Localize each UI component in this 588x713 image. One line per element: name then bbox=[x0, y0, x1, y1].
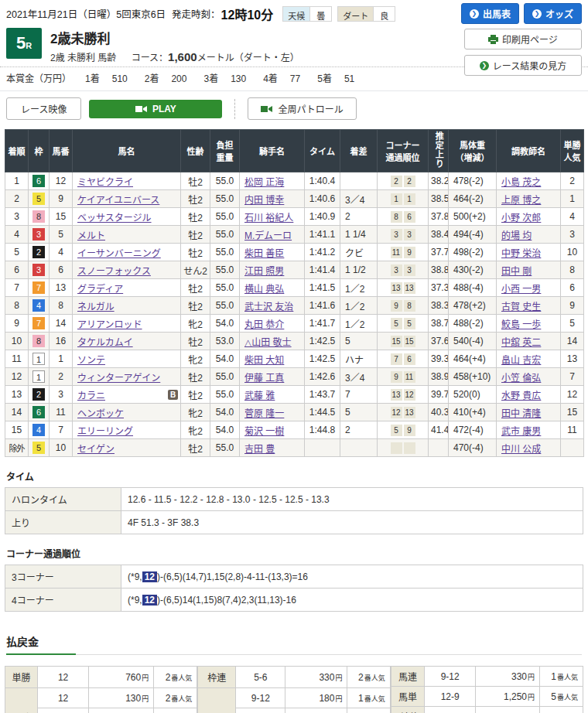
finish-pos: 除外 bbox=[9, 444, 25, 453]
trainer-link[interactable]: 小島 茂之 bbox=[501, 177, 541, 188]
side-buttons: 印刷用ページ ❯ レース結果の見方 bbox=[464, 29, 582, 76]
horse-link[interactable]: エリーリング bbox=[77, 426, 133, 437]
horse-link[interactable]: ネルガル bbox=[77, 302, 115, 312]
payout-combination: 9-12 bbox=[236, 688, 285, 708]
horse-link[interactable]: カラニ bbox=[77, 391, 105, 401]
yen-suffix: 円 bbox=[142, 674, 149, 682]
horse-link[interactable]: アリアンロッド bbox=[77, 319, 142, 330]
corner-pos-box: 12 bbox=[391, 407, 402, 418]
trainer-link[interactable]: 中野 栄治 bbox=[501, 248, 541, 259]
trainer-link[interactable]: 武市 康男 bbox=[501, 426, 541, 437]
horse-link[interactable]: ヘンボッケ bbox=[77, 408, 124, 419]
jockey-link[interactable]: 菊沢 一樹 bbox=[244, 426, 284, 437]
trainer-link[interactable]: 小西 一男 bbox=[501, 284, 541, 295]
column-header: 騎手名 bbox=[240, 130, 305, 172]
jockey-link[interactable]: 武藤 雅 bbox=[244, 391, 275, 401]
horse-link[interactable]: ミヤビクライ bbox=[77, 177, 133, 188]
trainer-link[interactable]: 古賀 史生 bbox=[501, 302, 541, 312]
cell-time: 1:40.9 bbox=[305, 208, 340, 226]
jockey-link[interactable]: 石川 裕紀人 bbox=[244, 213, 293, 223]
trainer-link[interactable]: 上原 博之 bbox=[501, 195, 541, 206]
horse-link[interactable]: イーサンバーニング bbox=[77, 248, 161, 259]
cell-finish-pos: 6 bbox=[5, 261, 29, 279]
column-header: 枠 bbox=[29, 130, 50, 172]
jockey-link[interactable]: 江田 照男 bbox=[244, 266, 284, 277]
horse-link[interactable]: セイゲン bbox=[77, 444, 115, 455]
horse-link[interactable]: グラディア bbox=[77, 284, 123, 295]
cell-jockey: 吉田 豊 bbox=[240, 439, 305, 457]
trainer-link[interactable]: 畠山 吉宏 bbox=[501, 355, 541, 366]
cell-horse-num: 15 bbox=[50, 208, 73, 226]
cell-body-weight: 488(-2) bbox=[449, 315, 497, 333]
cell-last3f: 41.4 bbox=[429, 421, 449, 439]
cell-last3f: 37.3 bbox=[429, 279, 449, 297]
jockey-link[interactable]: 柴田 善臣 bbox=[244, 248, 284, 259]
cell-finish-pos: 9 bbox=[5, 315, 29, 333]
payout-amount: 330円 bbox=[285, 667, 347, 688]
course-label: コース： bbox=[132, 53, 168, 63]
trainer-link[interactable]: 小野 次郎 bbox=[501, 213, 541, 223]
payout-row: 枠連5-6330円2番人気 bbox=[198, 667, 390, 688]
entries-button[interactable]: ❯ 出馬表 bbox=[461, 3, 519, 24]
jockey-link[interactable]: 吉田 豊 bbox=[244, 444, 275, 455]
corner-pos-box: 1 bbox=[391, 193, 402, 205]
horse-link[interactable]: スノーフォックス bbox=[77, 266, 151, 277]
trainer-link[interactable]: 小笠 倫弘 bbox=[501, 373, 541, 384]
jockey-link[interactable]: 松岡 正海 bbox=[244, 177, 284, 188]
cell-jockey: 丸田 恭介 bbox=[240, 315, 305, 333]
cell-load-weight: 55.0 bbox=[210, 261, 240, 279]
horse-link[interactable]: ウィンターアゲイン bbox=[77, 373, 160, 384]
horse-link[interactable]: ベッサスタージル bbox=[77, 213, 152, 223]
trainer-link[interactable]: 中舘 英二 bbox=[501, 337, 541, 348]
trainer-link[interactable]: 鮫島 一歩 bbox=[501, 319, 541, 330]
yen-suffix: 円 bbox=[335, 674, 342, 682]
trainer-link[interactable]: 水野 貴広 bbox=[501, 391, 541, 401]
trainer-link[interactable]: 的場 均 bbox=[501, 230, 532, 241]
horse-link[interactable]: ソンテ bbox=[77, 355, 105, 366]
cell-horse-num: 14 bbox=[50, 315, 73, 333]
finish-pos: 10 bbox=[12, 336, 22, 346]
jockey-link[interactable]: 内田 博幸 bbox=[244, 195, 284, 206]
ninki-suffix: 番人気 bbox=[171, 674, 192, 682]
corner-pos-box: 15 bbox=[404, 336, 415, 347]
jockey-link[interactable]: 武士沢 友治 bbox=[244, 302, 293, 312]
cell-popularity: 14 bbox=[561, 333, 584, 350]
jockey-link[interactable]: △山田 敬士 bbox=[244, 337, 292, 348]
odds-button[interactable]: ❯ オッズ bbox=[524, 3, 582, 24]
jockey-link[interactable]: 柴田 大知 bbox=[244, 355, 284, 366]
corner-order-suffix: )-(6,5)(14,7)1,15(2,8)-4-11-(13,3)=16 bbox=[157, 571, 308, 582]
cell-last3f: 38.2 bbox=[429, 172, 449, 190]
cell-time: 1:43.7 bbox=[305, 386, 340, 404]
cell-jockey: △山田 敬士 bbox=[240, 333, 305, 350]
cell-corner-order: 1312 bbox=[378, 386, 429, 404]
bet-type-label: 複勝 bbox=[5, 688, 38, 713]
play-button[interactable]: PLAY bbox=[89, 100, 222, 118]
cell-corner-order: 1313 bbox=[378, 279, 429, 297]
horse-link[interactable]: タケルカムイ bbox=[77, 337, 133, 348]
print-page-button[interactable]: 印刷用ページ bbox=[464, 29, 582, 49]
jockey-link[interactable]: 丸田 恭介 bbox=[244, 319, 284, 330]
horse-link[interactable]: ケイアイユニバース bbox=[77, 195, 159, 206]
cell-finish-pos: 3 bbox=[5, 208, 29, 226]
patrol-video-button[interactable]: 全周パトロール bbox=[248, 97, 356, 120]
cell-horse-name: グラディア bbox=[73, 279, 181, 297]
trainer-link[interactable]: 田中 剛 bbox=[501, 266, 532, 277]
finish-pos: 9 bbox=[14, 318, 19, 329]
jockey-link[interactable]: 菅原 隆一 bbox=[244, 408, 284, 419]
jockey-link[interactable]: M.デムーロ bbox=[244, 230, 292, 241]
results-guide-button[interactable]: ❯ レース結果の見方 bbox=[464, 55, 582, 76]
jockey-link[interactable]: 伊藤 工真 bbox=[244, 373, 284, 384]
corner-pos-box: 2 bbox=[404, 176, 415, 187]
race-video-button[interactable]: レース映像 bbox=[6, 97, 81, 120]
trainer-link[interactable]: 中川 公成 bbox=[501, 444, 541, 455]
cell-horse-name: メルト bbox=[73, 226, 181, 244]
jockey-link[interactable]: 横山 典弘 bbox=[244, 284, 284, 295]
trainer-link[interactable]: 田中 清隆 bbox=[501, 408, 541, 419]
cell-horse-num: 7 bbox=[50, 421, 73, 439]
cell-body-weight: 464(+4) bbox=[449, 350, 497, 368]
horse-link[interactable]: メルト bbox=[77, 230, 105, 241]
result-row: 14611ヘンボッケ牝254.0菅原 隆一1:44.55121340.3410(… bbox=[5, 404, 584, 421]
cell-sex-age: 牡2 bbox=[181, 190, 210, 208]
cell-body-weight: 488(-4) bbox=[449, 279, 497, 297]
cell-margin: 1 1/2 bbox=[340, 261, 378, 279]
